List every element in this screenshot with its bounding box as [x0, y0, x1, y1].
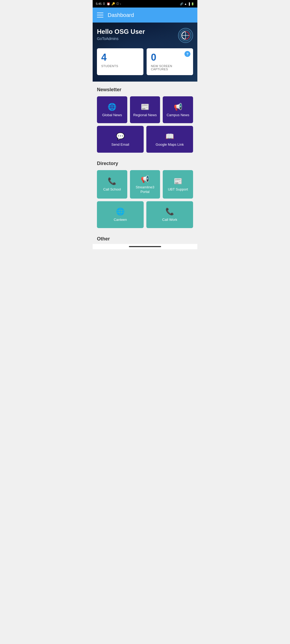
app-bar: Dashboard	[93, 8, 197, 23]
google-maps-tile[interactable]: 📖 Google Maps Link	[146, 126, 193, 153]
wifi-icon: ▲	[184, 2, 187, 5]
clock-icon: ⏰	[107, 2, 110, 6]
newsletter-section: Newsletter 🌐 Global News 📰 Regional News…	[93, 82, 197, 153]
call-work-tile[interactable]: 📞 Call Work	[146, 201, 193, 228]
battery-icon: 🔋	[191, 2, 194, 5]
students-count: 4	[101, 53, 139, 62]
notification-icon: 🗒	[103, 2, 106, 5]
other-section: Other	[93, 231, 197, 244]
call-school-label: Call School	[103, 187, 121, 192]
call-school-tile[interactable]: 📞 Call School	[97, 170, 127, 199]
students-card[interactable]: 4 STUDENTS	[97, 48, 143, 75]
global-news-label: Global News	[102, 113, 122, 118]
nav-indicator	[129, 246, 161, 247]
signal-icon: ▐	[188, 2, 190, 5]
canteen-tile[interactable]: 🌐 Canteen	[97, 201, 144, 228]
key-icon: 🔑	[111, 2, 115, 6]
dot-icon: •	[120, 3, 121, 5]
help-button[interactable]: ?	[184, 51, 190, 57]
status-time: 5:45	[96, 2, 102, 5]
newsletter-top-row: 🌐 Global News 📰 Regional News 📢 Campus N…	[97, 96, 193, 123]
global-news-tile[interactable]: 🌐 Global News	[97, 96, 127, 123]
hero-subtitle: GoToAdmins	[97, 36, 145, 41]
newsletter-title: Newsletter	[97, 87, 193, 93]
ubt-icon: 📰	[174, 178, 182, 185]
megaphone-icon: 📢	[174, 103, 182, 110]
hero-greeting: Hello OSG User	[97, 28, 145, 35]
info-icon: ⓘ	[116, 2, 119, 6]
directory-title: Directory	[97, 161, 193, 166]
call-work-label: Call Work	[162, 218, 177, 222]
status-bar: 5:45 🗒 ⏰ 🔑 ⓘ • 🔗 ▲ ▐ 🔋	[93, 0, 197, 8]
page-title: Dashboard	[108, 12, 134, 18]
canteen-icon: 🌐	[116, 208, 125, 215]
newspaper-icon: 📰	[141, 103, 149, 110]
campus-news-tile[interactable]: 📢 Campus News	[163, 96, 193, 123]
regional-news-tile[interactable]: 📰 Regional News	[130, 96, 160, 123]
phone-icon: 📞	[108, 178, 116, 185]
other-title: Other	[97, 236, 193, 242]
newsletter-bottom-row: 💬 Send Email 📖 Google Maps Link	[97, 126, 193, 153]
captures-count: 0	[151, 53, 189, 62]
ubt-support-tile[interactable]: 📰 UBT Support	[163, 170, 193, 199]
streamline3-tile[interactable]: 📢 Streamline3 Portal	[130, 170, 160, 199]
canteen-label: Canteen	[114, 218, 127, 222]
globe-icon: 🌐	[108, 103, 116, 110]
call-work-icon: 📞	[165, 208, 174, 215]
campus-news-label: Campus News	[166, 113, 189, 118]
google-maps-label: Google Maps Link	[156, 142, 184, 147]
menu-button[interactable]	[97, 13, 103, 17]
hero-banner: Hello OSG User GoToAdmins 4 STUDENTS ? 0…	[93, 23, 197, 82]
stats-row: 4 STUDENTS ? 0 NEW SCREEN CAPTURES	[97, 48, 193, 75]
ubt-support-label: UBT Support	[168, 187, 188, 192]
directory-section: Directory 📞 Call School 📢 Streamline3 Po…	[93, 155, 197, 228]
regional-news-label: Regional News	[133, 113, 157, 118]
directory-bottom-row: 🌐 Canteen 📞 Call Work	[97, 201, 193, 228]
app-logo	[178, 28, 193, 43]
streamline3-label: Streamline3 Portal	[133, 185, 158, 194]
students-label: STUDENTS	[101, 64, 139, 68]
screen-captures-card[interactable]: ? 0 NEW SCREEN CAPTURES	[147, 48, 193, 75]
streamline-megaphone-icon: 📢	[141, 175, 149, 182]
send-email-tile[interactable]: 💬 Send Email	[97, 126, 144, 153]
captures-label: NEW SCREEN CAPTURES	[151, 64, 189, 71]
bottom-nav	[93, 244, 197, 249]
book-icon: 📖	[165, 133, 174, 140]
send-email-label: Send Email	[111, 142, 129, 147]
link-icon: 🔗	[180, 2, 183, 5]
chat-icon: 💬	[116, 133, 125, 140]
directory-top-row: 📞 Call School 📢 Streamline3 Portal 📰 UBT…	[97, 170, 193, 199]
